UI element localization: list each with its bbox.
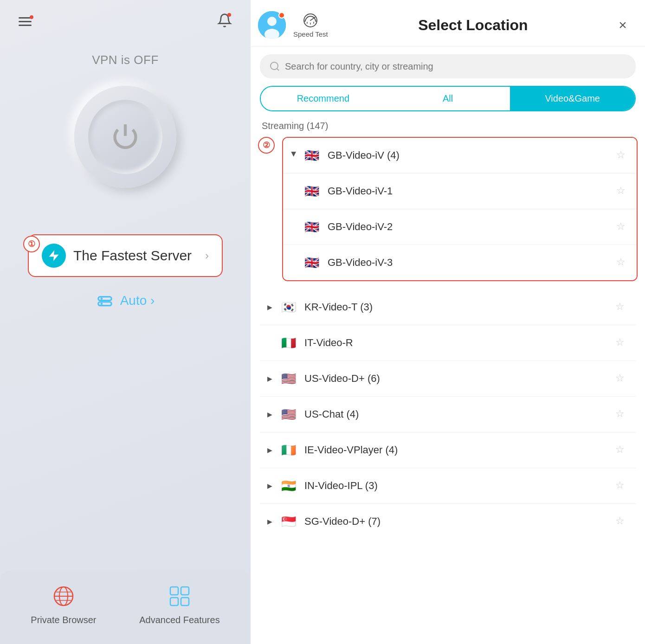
- location-item-gb-video-iv-2[interactable]: ▶ 🇬🇧 GB-Video-iV-2 ☆: [283, 209, 637, 245]
- search-input[interactable]: [285, 61, 626, 72]
- svg-rect-13: [170, 598, 178, 605]
- bottom-bar: Private Browser Advanced Features: [0, 570, 251, 644]
- star-gb-video-iv[interactable]: ☆: [616, 149, 629, 162]
- flag-it-video-r: 🇮🇹: [279, 334, 298, 352]
- location-name-kr-video-t: KR-Video-T (3): [304, 301, 615, 313]
- avatar-notification-dot: [278, 12, 285, 19]
- power-icon: [111, 122, 139, 152]
- location-item-in-video-ipl[interactable]: ▶ 🇮🇳 IN-Video-IPL (3) ☆: [260, 468, 636, 504]
- location-name-gb-video-iv-2: GB-Video-iV-2: [328, 221, 616, 233]
- speed-test-button[interactable]: Speed Test: [293, 13, 328, 38]
- location-item-gb-video-iv[interactable]: ▶ 🇬🇧 GB-Video-iV (4) ☆: [283, 138, 637, 174]
- flag-gb-video-iv-1: 🇬🇧: [303, 182, 321, 200]
- lightning-icon: [42, 244, 66, 268]
- location-name-sg-video-dplus: SG-Video-D+ (7): [304, 515, 615, 528]
- search-icon: [269, 61, 280, 72]
- svg-line-23: [277, 69, 279, 71]
- location-name-ie-video-vplayer: IE-Video-VPlayer (4): [304, 444, 615, 456]
- expand-arrow-us-video-dplus: ▶: [267, 375, 275, 382]
- fastest-server-label: The Fastest Server: [73, 248, 198, 264]
- star-sg-video-dplus[interactable]: ☆: [615, 515, 628, 528]
- speed-test-icon: [303, 13, 318, 30]
- search-bar: [260, 54, 636, 78]
- location-item-ie-video-vplayer[interactable]: ▶ 🇮🇪 IE-Video-VPlayer (4) ☆: [260, 432, 636, 468]
- star-kr-video-t[interactable]: ☆: [615, 301, 628, 314]
- svg-point-16: [267, 17, 277, 26]
- flag-us-chat: 🇺🇸: [279, 405, 298, 424]
- tab-recommend[interactable]: Recommend: [261, 87, 386, 110]
- advanced-features-label: Advanced Features: [139, 615, 219, 625]
- flag-us-video-dplus: 🇺🇸: [279, 369, 298, 388]
- annotation-2: ②: [258, 137, 275, 154]
- star-gb-video-iv-3[interactable]: ☆: [616, 256, 629, 269]
- power-button[interactable]: [74, 86, 176, 188]
- private-browser-button[interactable]: Private Browser: [31, 584, 96, 625]
- flag-gb-video-iv-2: 🇬🇧: [303, 218, 321, 236]
- svg-point-4: [100, 297, 103, 300]
- advanced-features-button[interactable]: Advanced Features: [139, 584, 219, 625]
- fastest-server-button[interactable]: The Fastest Server ›: [28, 234, 223, 277]
- star-ie-video-vplayer[interactable]: ☆: [615, 444, 628, 457]
- vpn-status-label: VPN is OFF: [92, 53, 159, 67]
- location-name-us-chat: US-Chat (4): [304, 408, 615, 420]
- location-name-in-video-ipl: IN-Video-IPL (3): [304, 480, 615, 492]
- menu-button[interactable]: [19, 17, 32, 26]
- expand-arrow-gb-video-iv: ▶: [290, 152, 298, 159]
- expand-arrow-in-video-ipl: ▶: [267, 482, 275, 489]
- location-item-us-video-dplus[interactable]: ▶ 🇺🇸 US-Video-D+ (6) ☆: [260, 361, 636, 397]
- flag-gb-video-iv-3: 🇬🇧: [303, 253, 321, 272]
- svg-rect-3: [98, 302, 111, 306]
- left-panel: VPN is OFF ① The Fastest Server ›: [0, 0, 251, 644]
- right-panel: Speed Test Select Location × Recommend A…: [251, 0, 645, 644]
- location-name-gb-video-iv: GB-Video-iV (4): [328, 149, 616, 161]
- svg-rect-14: [181, 598, 189, 605]
- flag-sg-video-dplus: 🇸🇬: [279, 512, 298, 531]
- location-item-sg-video-dplus[interactable]: ▶ 🇸🇬 SG-Video-D+ (7) ☆: [260, 504, 636, 539]
- location-name-gb-video-iv-1: GB-Video-iV-1: [328, 185, 616, 197]
- annotation-1: ①: [23, 236, 40, 252]
- svg-rect-2: [98, 297, 111, 301]
- auto-button[interactable]: Auto ›: [96, 291, 155, 310]
- notification-bell-button[interactable]: [217, 13, 232, 30]
- streaming-header: Streaming (147): [251, 119, 645, 137]
- auto-label: Auto ›: [120, 293, 155, 308]
- location-list: ② ▶ 🇬🇧 GB-Video-iV (4) ☆ ▶ 🇬🇧 GB-Video-i…: [251, 137, 645, 644]
- star-it-video-r[interactable]: ☆: [615, 336, 628, 349]
- avatar[interactable]: [258, 11, 286, 39]
- flag-ie-video-vplayer: 🇮🇪: [279, 441, 298, 459]
- expand-arrow-ie-video-vplayer: ▶: [267, 446, 275, 454]
- plain-location-list: ▶ 🇰🇷 KR-Video-T (3) ☆ ▶ 🇮🇹 IT-Video-R ☆ …: [258, 290, 638, 539]
- star-gb-video-iv-1[interactable]: ☆: [616, 185, 629, 198]
- location-item-gb-video-iv-3[interactable]: ▶ 🇬🇧 GB-Video-iV-3 ☆: [283, 245, 637, 280]
- tabs-row: Recommend All Video&Game: [260, 86, 636, 111]
- private-browser-icon: [52, 584, 76, 610]
- power-button-inner: [88, 100, 162, 174]
- top-bar: [14, 0, 237, 39]
- location-item-it-video-r[interactable]: ▶ 🇮🇹 IT-Video-R ☆: [260, 325, 636, 361]
- tab-all[interactable]: All: [386, 87, 510, 110]
- location-item-kr-video-t[interactable]: ▶ 🇰🇷 KR-Video-T (3) ☆: [260, 290, 636, 325]
- star-us-chat[interactable]: ☆: [615, 408, 628, 421]
- flag-gb-video-iv: 🇬🇧: [303, 146, 321, 165]
- location-name-it-video-r: IT-Video-R: [304, 337, 615, 349]
- location-name-us-video-dplus: US-Video-D+ (6): [304, 373, 615, 385]
- private-browser-label: Private Browser: [31, 615, 96, 625]
- speed-test-label: Speed Test: [293, 30, 328, 38]
- expand-arrow-us-chat: ▶: [267, 411, 275, 418]
- location-name-gb-video-iv-3: GB-Video-iV-3: [328, 257, 616, 269]
- star-us-video-dplus[interactable]: ☆: [615, 372, 628, 385]
- location-item-us-chat[interactable]: ▶ 🇺🇸 US-Chat (4) ☆: [260, 397, 636, 432]
- advanced-features-icon: [168, 584, 192, 610]
- svg-point-5: [100, 303, 103, 305]
- right-header: Speed Test Select Location ×: [251, 0, 645, 47]
- star-gb-video-iv-2[interactable]: ☆: [616, 220, 629, 233]
- svg-marker-1: [49, 250, 59, 261]
- flag-kr-video-t: 🇰🇷: [279, 298, 298, 316]
- select-location-title: Select Location: [340, 17, 606, 34]
- tab-videogame[interactable]: Video&Game: [510, 87, 635, 110]
- star-in-video-ipl[interactable]: ☆: [615, 479, 628, 492]
- svg-rect-11: [170, 587, 178, 595]
- svg-rect-12: [181, 587, 189, 595]
- location-item-gb-video-iv-1[interactable]: ▶ 🇬🇧 GB-Video-iV-1 ☆: [283, 174, 637, 209]
- close-button[interactable]: ×: [613, 16, 632, 34]
